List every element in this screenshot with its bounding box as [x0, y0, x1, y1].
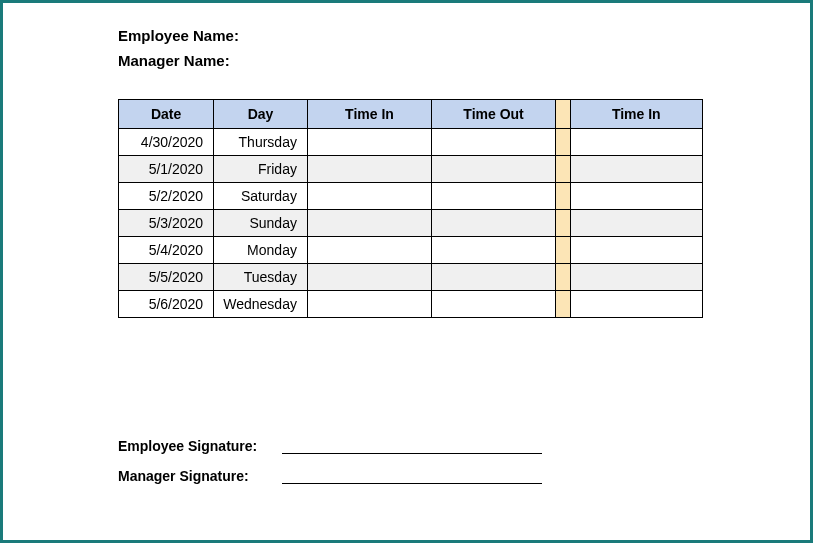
header-time-out: Time Out	[432, 100, 556, 129]
header-time-in2: Time In	[570, 100, 702, 129]
cell-time-in[interactable]	[307, 183, 431, 210]
cell-time-in2[interactable]	[570, 156, 702, 183]
table-row: 5/5/2020Tuesday	[119, 264, 703, 291]
table-header-row: Date Day Time In Time Out Time In	[119, 100, 703, 129]
cell-time-in2[interactable]	[570, 210, 702, 237]
cell-time-in2[interactable]	[570, 183, 702, 210]
cell-date: 5/3/2020	[119, 210, 214, 237]
cell-gap	[556, 183, 570, 210]
table-row: 5/6/2020Wednesday	[119, 291, 703, 318]
header-time-in: Time In	[307, 100, 431, 129]
employee-signature-row: Employee Signature:	[118, 438, 542, 454]
cell-time-out[interactable]	[432, 237, 556, 264]
table-row: 5/1/2020Friday	[119, 156, 703, 183]
cell-time-in2[interactable]	[570, 237, 702, 264]
employee-name-label: Employee Name:	[118, 27, 810, 44]
header-date: Date	[119, 100, 214, 129]
cell-gap	[556, 237, 570, 264]
cell-time-in[interactable]	[307, 291, 431, 318]
manager-signature-label: Manager Signature:	[118, 468, 278, 484]
cell-date: 4/30/2020	[119, 129, 214, 156]
timesheet-page: Employee Name: Manager Name: Date Day Ti…	[0, 0, 813, 543]
cell-gap	[556, 156, 570, 183]
cell-day: Friday	[214, 156, 308, 183]
cell-gap	[556, 210, 570, 237]
table-body: 4/30/2020Thursday5/1/2020Friday5/2/2020S…	[119, 129, 703, 318]
cell-time-in[interactable]	[307, 237, 431, 264]
cell-time-in[interactable]	[307, 129, 431, 156]
table-row: 4/30/2020Thursday	[119, 129, 703, 156]
cell-day: Thursday	[214, 129, 308, 156]
cell-time-in2[interactable]	[570, 264, 702, 291]
cell-time-out[interactable]	[432, 129, 556, 156]
timesheet-table: Date Day Time In Time Out Time In 4/30/2…	[118, 99, 703, 318]
cell-time-out[interactable]	[432, 264, 556, 291]
cell-time-in2[interactable]	[570, 129, 702, 156]
cell-date: 5/6/2020	[119, 291, 214, 318]
employee-signature-line[interactable]	[282, 440, 542, 454]
signature-block: Employee Signature: Manager Signature:	[118, 438, 542, 498]
cell-gap	[556, 129, 570, 156]
manager-signature-row: Manager Signature:	[118, 468, 542, 484]
manager-signature-line[interactable]	[282, 470, 542, 484]
table-row: 5/3/2020Sunday	[119, 210, 703, 237]
cell-day: Tuesday	[214, 264, 308, 291]
timesheet-table-wrap: Date Day Time In Time Out Time In 4/30/2…	[118, 99, 703, 318]
manager-name-label: Manager Name:	[118, 52, 810, 69]
cell-gap	[556, 291, 570, 318]
cell-time-out[interactable]	[432, 210, 556, 237]
cell-time-in[interactable]	[307, 210, 431, 237]
cell-date: 5/5/2020	[119, 264, 214, 291]
cell-time-in[interactable]	[307, 264, 431, 291]
table-row: 5/2/2020Saturday	[119, 183, 703, 210]
cell-time-out[interactable]	[432, 291, 556, 318]
header-day: Day	[214, 100, 308, 129]
cell-time-in2[interactable]	[570, 291, 702, 318]
cell-date: 5/4/2020	[119, 237, 214, 264]
employee-signature-label: Employee Signature:	[118, 438, 278, 454]
table-row: 5/4/2020Monday	[119, 237, 703, 264]
cell-day: Saturday	[214, 183, 308, 210]
cell-time-out[interactable]	[432, 183, 556, 210]
cell-day: Wednesday	[214, 291, 308, 318]
cell-day: Sunday	[214, 210, 308, 237]
cell-time-in[interactable]	[307, 156, 431, 183]
cell-date: 5/1/2020	[119, 156, 214, 183]
cell-gap	[556, 264, 570, 291]
cell-date: 5/2/2020	[119, 183, 214, 210]
header-gap	[556, 100, 570, 129]
cell-day: Monday	[214, 237, 308, 264]
cell-time-out[interactable]	[432, 156, 556, 183]
